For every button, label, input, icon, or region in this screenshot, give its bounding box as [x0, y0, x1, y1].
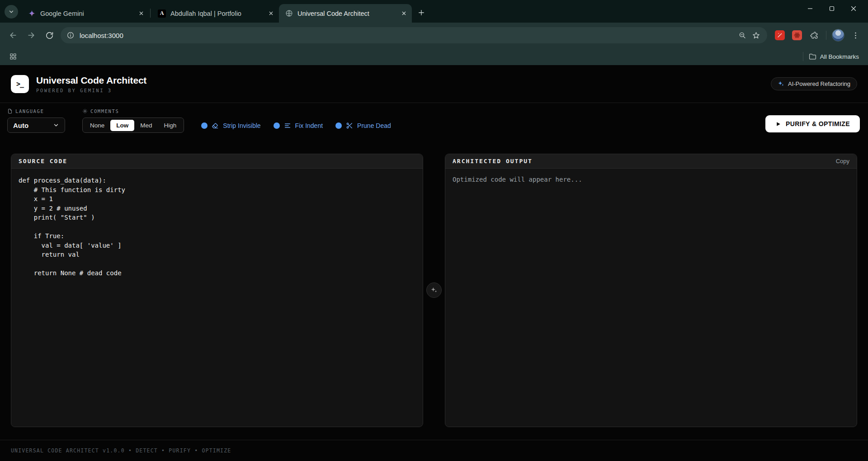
sparkles-icon — [430, 287, 438, 294]
bookmarks-bar: All Bookmarks — [0, 48, 868, 65]
source-code-panel: SOURCE CODE def process_data(data): # Th… — [11, 154, 423, 427]
tab-title: Abdullah Iqbal | Portfolio — [170, 10, 262, 17]
wand-extension-icon — [775, 30, 785, 40]
all-bookmarks-button[interactable]: All Bookmarks — [806, 51, 862, 62]
tab-search-button[interactable] — [5, 5, 18, 19]
source-code-editor[interactable]: def process_data(data): # This function … — [11, 169, 423, 427]
tab-close-icon[interactable] — [399, 9, 408, 18]
comments-option-none[interactable]: None — [84, 120, 110, 131]
tab-close-icon[interactable] — [137, 9, 146, 18]
comments-segmented-control: None Low Med High — [82, 118, 184, 133]
minimize-icon — [807, 6, 813, 11]
toggle-dot — [335, 122, 342, 129]
scissors-icon — [346, 122, 353, 129]
reload-button[interactable] — [41, 27, 58, 44]
copy-button[interactable]: Copy — [836, 158, 849, 165]
toggle-fix-indent[interactable]: Fix Indent — [274, 122, 323, 129]
toggle-label: Prune Dead — [357, 122, 391, 129]
source-panel-header: SOURCE CODE — [11, 154, 423, 169]
tab-universal-code-architect[interactable]: Universal Code Architect — [279, 4, 412, 23]
purify-optimize-button[interactable]: PURIFY & OPTIMIZE — [765, 115, 860, 132]
chevron-down-icon — [53, 122, 59, 128]
badge-label: AI-Powered Refactoring — [788, 80, 850, 87]
forward-button[interactable] — [23, 27, 40, 44]
tab-title: Universal Code Architect — [297, 10, 395, 17]
new-tab-button[interactable] — [415, 6, 428, 19]
language-select[interactable]: Auto — [7, 118, 65, 133]
close-icon — [851, 6, 856, 11]
forward-arrow-icon — [27, 31, 36, 40]
magnifier-icon — [738, 31, 746, 39]
browser-window: Google Gemini A Abdullah Iqbal | Portfol… — [0, 0, 868, 461]
gemini-favicon — [28, 9, 36, 17]
tab-strip: Google Gemini A Abdullah Iqbal | Portfol… — [0, 0, 868, 23]
toggle-label: Strip Invisible — [223, 122, 260, 129]
language-value: Auto — [13, 122, 53, 129]
tab-title: Google Gemini — [40, 10, 132, 17]
output-placeholder: Optimized code will appear here... — [453, 176, 849, 183]
app-logo: >_ — [11, 75, 29, 93]
zoom-button[interactable] — [736, 28, 749, 42]
toggle-label: Fix Indent — [295, 122, 323, 129]
bookmarks-separator — [803, 52, 803, 61]
all-bookmarks-label: All Bookmarks — [820, 53, 859, 60]
back-arrow-icon — [9, 31, 18, 40]
back-button[interactable] — [5, 27, 22, 44]
language-label: LANGUAGE — [7, 108, 65, 114]
window-controls — [799, 0, 864, 17]
maximize-button[interactable] — [821, 0, 843, 17]
tab-close-icon[interactable] — [266, 9, 275, 18]
gear-icon — [82, 108, 88, 114]
tab-portfolio[interactable]: A Abdullah Iqbal | Portfolio — [151, 4, 279, 23]
portfolio-favicon: A — [158, 9, 166, 18]
globe-favicon — [285, 9, 293, 17]
plus-icon — [417, 9, 425, 17]
atom-extension-icon — [792, 30, 802, 40]
comments-label: COMMENTS — [82, 108, 184, 114]
minimize-button[interactable] — [799, 0, 821, 17]
sparkles-icon — [778, 80, 784, 87]
browser-menu-button[interactable] — [847, 27, 863, 43]
grid-icon — [9, 53, 17, 60]
profile-avatar-button[interactable] — [830, 27, 846, 43]
chevron-down-icon — [8, 9, 14, 15]
editor-area: SOURCE CODE def process_data(data): # Th… — [0, 140, 868, 440]
toolbar-separator — [826, 31, 826, 40]
address-bar[interactable]: localhost:3000 — [61, 27, 767, 43]
output-panel-header: ARCHITECTED OUTPUT Copy — [445, 154, 857, 169]
extensions-button[interactable] — [806, 27, 822, 43]
avatar — [832, 29, 844, 42]
ai-refactoring-badge: AI-Powered Refactoring — [771, 77, 857, 90]
center-action-button[interactable] — [426, 282, 442, 298]
page-title: Universal Code Architect — [36, 75, 146, 86]
toggle-strip-invisible[interactable]: Strip Invisible — [201, 122, 260, 129]
extension-wand-button[interactable] — [772, 27, 788, 43]
star-icon — [752, 31, 760, 40]
tab-google-gemini[interactable]: Google Gemini — [22, 4, 149, 23]
tab-separator — [150, 9, 151, 18]
app-header: >_ Universal Code Architect POWERED BY G… — [0, 65, 868, 103]
toggle-prune-dead[interactable]: Prune Dead — [335, 122, 391, 129]
extension-atom-button[interactable] — [789, 27, 805, 43]
output-panel: ARCHITECTED OUTPUT Copy Optimized code w… — [445, 154, 857, 427]
close-window-button[interactable] — [843, 0, 864, 17]
comments-option-high[interactable]: High — [158, 120, 183, 131]
output-panel-title: ARCHITECTED OUTPUT — [453, 158, 533, 165]
page-subtitle: POWERED BY GEMINI 3 — [36, 88, 146, 93]
output-panel-body: Optimized code will appear here... — [445, 169, 857, 427]
puzzle-icon — [810, 31, 819, 40]
app-footer: UNIVERSAL CODE ARCHITECT v1.0.0 • DETECT… — [0, 440, 868, 461]
source-code-text[interactable]: def process_data(data): # This function … — [19, 176, 415, 278]
folder-icon — [809, 53, 816, 61]
maximize-icon — [829, 6, 835, 11]
comments-option-med[interactable]: Med — [134, 120, 158, 131]
toggle-dot — [201, 122, 208, 129]
bookmark-star-button[interactable] — [749, 28, 763, 42]
comments-option-low[interactable]: Low — [110, 120, 134, 131]
eraser-icon — [212, 122, 219, 129]
reload-icon — [45, 31, 54, 40]
three-dots-icon — [851, 31, 860, 40]
apps-grid-button[interactable] — [6, 50, 20, 63]
site-info-button[interactable] — [64, 29, 77, 42]
app-page: >_ Universal Code Architect POWERED BY G… — [0, 65, 868, 461]
